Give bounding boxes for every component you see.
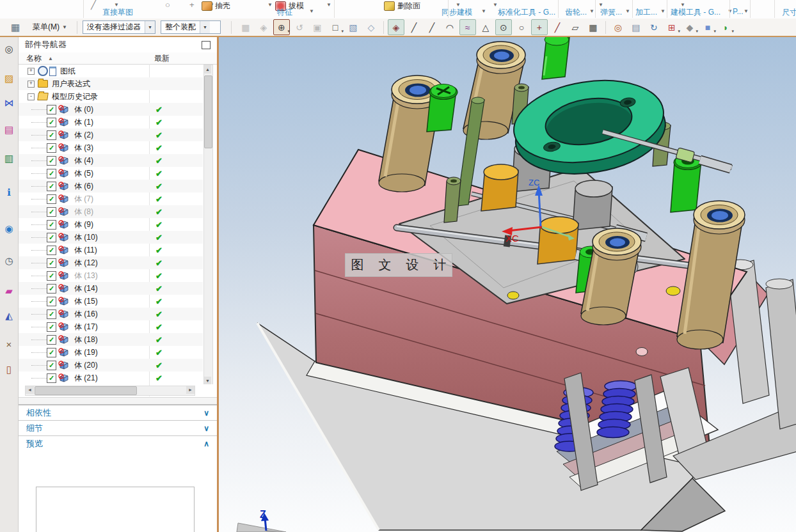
preview-panel-header[interactable]: 预览 ∧ (19, 435, 217, 451)
tree-column-header[interactable]: 名称 ▲ 最新 (19, 52, 217, 65)
part-navigator-icon[interactable]: ▤ (2, 123, 16, 137)
group-feature[interactable]: 特征 (277, 7, 292, 18)
group-p[interactable]: P... (733, 7, 743, 16)
undo-icon[interactable]: ↺ (291, 19, 308, 35)
green-cap-screw[interactable] (542, 37, 569, 79)
constraint-navigator-icon[interactable]: ⋈ (2, 96, 16, 110)
group-caret[interactable]: ▼ (744, 8, 749, 14)
shaded-cube-icon[interactable]: ■▾ (699, 19, 716, 35)
body-checkbox[interactable]: ✓ (47, 118, 56, 127)
body-label[interactable]: 体 (18) (74, 334, 98, 345)
body-label[interactable]: 体 (2) (74, 130, 93, 141)
point-snap-icon[interactable]: + (531, 19, 548, 35)
tree-body-row[interactable]: ✓体 (1)✔ (19, 116, 203, 129)
horizontal-scrollbar[interactable]: ◄ ► (25, 386, 195, 396)
group-modeling-tools[interactable]: 建模工具 - G... (671, 7, 720, 18)
tree-body-row[interactable]: ✓体 (15)✔ (19, 295, 203, 308)
vertical-scrollbar[interactable]: ▲▼ (203, 65, 213, 384)
fit-grid-icon[interactable]: ⊞▾ (664, 19, 680, 35)
gallery-icon[interactable]: ▯ (2, 363, 16, 377)
group-gear[interactable]: 齿轮... (565, 7, 587, 18)
web-browser-icon[interactable]: ◉ (2, 222, 16, 236)
scroll-left-icon[interactable]: ◄ (26, 386, 34, 394)
tree-expander[interactable]: + (28, 68, 35, 75)
line-snap-icon[interactable]: ╱ (424, 19, 440, 35)
group-machining[interactable]: 加工... (635, 7, 657, 18)
midpoint-snap-icon[interactable]: △ (477, 19, 494, 35)
zoom-window-icon[interactable]: ◎ (610, 19, 626, 35)
tree-body-row[interactable]: ✓体 (17)✔ (19, 320, 203, 333)
body-checkbox[interactable]: ✓ (47, 246, 56, 255)
body-checkbox[interactable]: ✓ (47, 169, 56, 178)
body-label[interactable]: 体 (13) (74, 270, 98, 281)
undock-button[interactable] (202, 41, 211, 49)
move-component-icon[interactable]: ◈ (255, 19, 272, 35)
point-on-face-snap-icon[interactable]: ▱ (567, 19, 584, 35)
group-synchronous-modeling[interactable]: 同步建模 (442, 7, 472, 18)
dropdown-caret[interactable]: ▼ (326, 2, 331, 8)
assembly-navigator-icon[interactable]: ▨ (2, 72, 16, 86)
body-checkbox[interactable]: ✓ (47, 182, 56, 191)
tree-expander[interactable]: + (28, 81, 35, 88)
body-label[interactable]: 体 (15) (74, 296, 98, 307)
tree-body-row[interactable]: ✓体 (8)✔ (19, 205, 203, 218)
tree-folder-label[interactable]: 用户表达式 (52, 79, 90, 90)
tree-body-row[interactable]: ✓体 (0)✔ (19, 103, 203, 116)
tree-body-row[interactable]: ✓体 (4)✔ (19, 154, 203, 167)
delete-face-button[interactable]: 删除面 (384, 1, 420, 17)
body-label[interactable]: 体 (1) (74, 117, 93, 128)
endpoint-snap-icon[interactable]: ╱ (406, 19, 422, 35)
point-on-curve-snap-icon[interactable]: ╱ (549, 19, 566, 35)
roles-icon[interactable]: × (2, 337, 16, 351)
body-checkbox[interactable]: ✓ (47, 194, 56, 204)
assembly-constraints-icon[interactable]: ▦ (237, 19, 254, 35)
dependencies-panel-header[interactable]: 相依性 ∨ (19, 404, 217, 420)
transparent-cube-icon[interactable]: ◇ (363, 19, 379, 35)
scroll-right-icon[interactable]: ► (186, 386, 195, 394)
shaded-block-icon[interactable]: ▧ (345, 19, 362, 35)
3d-model-canvas[interactable]: ZC XC Z (219, 37, 796, 532)
body-label[interactable]: 体 (17) (74, 322, 98, 332)
reuse-library-icon[interactable]: ▥ (2, 152, 16, 166)
tree-body-row[interactable]: ✓体 (10)✔ (19, 231, 203, 244)
scrollbar-thumb[interactable] (35, 386, 137, 395)
tree-folder-row[interactable]: +图纸 (19, 65, 203, 77)
tree-body-row[interactable]: ✓体 (11)✔ (19, 244, 203, 256)
column-name[interactable]: 名称 (26, 53, 42, 64)
dropdown-caret[interactable]: ▼ (267, 2, 273, 8)
body-label[interactable]: 体 (21) (74, 373, 98, 384)
tree-body-row[interactable]: ✓体 (9)✔ (19, 218, 203, 231)
body-checkbox[interactable]: ✓ (47, 284, 56, 293)
select-rectangle-icon[interactable]: □▾ (327, 19, 344, 35)
hd3d-tools-icon[interactable]: ℹ (2, 185, 16, 199)
body-checkbox[interactable]: ✓ (47, 335, 56, 345)
body-label[interactable]: 体 (19) (74, 347, 98, 358)
group-caret[interactable]: ▼ (660, 8, 665, 14)
tree-body-row[interactable]: ✓体 (7)✔ (19, 192, 203, 205)
navigation-pane-icon[interactable]: ◎ (2, 42, 16, 56)
center-point-snap-icon[interactable]: ⊙ (495, 19, 512, 35)
shell-button[interactable]: 抽壳 (202, 1, 230, 17)
selection-scope-dropdown[interactable]: 整个装配▼ (161, 20, 221, 34)
body-checkbox[interactable]: ✓ (47, 271, 56, 281)
body-checkbox[interactable]: ✓ (47, 130, 56, 140)
cap-screw-hole[interactable] (666, 286, 680, 295)
tree-folder-label[interactable]: 图纸 (60, 66, 76, 77)
snap-options-icon[interactable]: ◈ (388, 19, 404, 35)
play-visual-icon[interactable]: ◗▾ (717, 19, 734, 35)
render-style-icon[interactable]: ◆▾ (681, 19, 698, 35)
sketch-curve-icon[interactable]: ╱ (91, 0, 96, 10)
tree-body-row[interactable]: ✓体 (20)✔ (19, 359, 203, 372)
body-label[interactable]: 体 (6) (74, 181, 93, 192)
tree-body-row[interactable]: ✓体 (6)✔ (19, 180, 203, 192)
body-checkbox[interactable]: ✓ (47, 220, 56, 230)
body-label[interactable]: 体 (0) (74, 104, 93, 115)
body-checkbox[interactable]: ✓ (47, 373, 56, 383)
body-label[interactable]: 体 (10) (74, 232, 98, 243)
group-dimension[interactable]: 尺寸 (782, 7, 796, 18)
tree-folder-label[interactable]: 模型历史记录 (52, 91, 98, 102)
pan-window-icon[interactable]: ▤ (628, 19, 644, 35)
visual-reports-icon[interactable]: ▰ (2, 284, 16, 298)
group-caret[interactable]: ▼ (625, 8, 630, 14)
column-latest[interactable]: 最新 (154, 53, 170, 64)
